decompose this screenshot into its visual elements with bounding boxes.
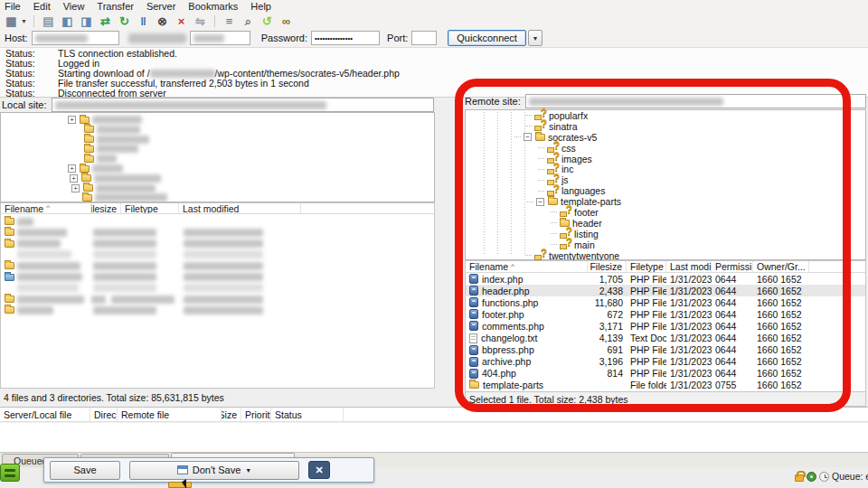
local-tree-row-redacted[interactable]: + <box>70 174 161 183</box>
local-tree-pane[interactable]: + + + + <box>0 112 435 202</box>
remote-tree-item-main[interactable]: ? main <box>551 239 865 250</box>
remote-tree-item-popularfx[interactable]: ? popularfx <box>525 110 865 121</box>
local-tree-row-redacted[interactable] <box>84 155 117 163</box>
process-queue-icon[interactable]: ‖ <box>136 14 151 28</box>
local-tree-row-redacted[interactable]: + <box>68 164 123 173</box>
gear-icon[interactable] <box>807 472 816 482</box>
local-file-row-redacted[interactable] <box>5 217 429 226</box>
tree-expander[interactable]: + <box>68 116 76 124</box>
remote-site-input[interactable] <box>525 94 866 108</box>
site-manager-dropdown[interactable]: ▼ <box>21 18 27 24</box>
local-column-header[interactable]: Filesize <box>91 203 121 213</box>
remote-file-row-header.php[interactable]: header.php 2,438 PHP File 1/31/2023 ... … <box>466 285 865 296</box>
local-file-row-redacted[interactable] <box>5 228 429 237</box>
queue-column-header[interactable]: Size <box>222 408 241 421</box>
local-file-row-redacted[interactable] <box>5 273 429 282</box>
disconnect-icon[interactable]: × <box>174 14 189 28</box>
remote-file-row-footer.php[interactable]: footer.php 672 PHP File 1/31/2023 ... 06… <box>466 308 865 320</box>
remote-file-row-bbpress.php[interactable]: bbpress.php 691 PHP File 1/31/2023 ... 0… <box>466 344 865 356</box>
remote-tree-item-footer[interactable]: ? footer <box>551 207 865 218</box>
remote-tree-item-inc[interactable]: ? inc <box>538 164 865 174</box>
local-column-header[interactable]: Filetype <box>121 203 179 213</box>
local-file-row-redacted[interactable] <box>5 250 429 259</box>
port-input[interactable] <box>411 31 437 45</box>
remote-column-header[interactable]: Owner/Gr... <box>753 261 809 272</box>
remote-file-row-index.php[interactable]: index.php 1,705 PHP File 1/31/2023 ... 0… <box>466 273 865 285</box>
queue-column-header[interactable]: Remote file <box>118 408 222 421</box>
tree-collapse-icon[interactable]: − <box>536 198 544 206</box>
remote-tree-item-images[interactable]: ? images <box>538 154 865 164</box>
tree-expander[interactable]: + <box>70 174 78 183</box>
clock-icon[interactable] <box>819 472 829 482</box>
overlay-app-icon[interactable] <box>0 464 20 482</box>
tree-expander[interactable]: + <box>68 164 76 173</box>
local-column-header[interactable]: Last modified <box>179 203 301 213</box>
remote-tree-item-template-parts[interactable]: − template-parts <box>527 196 865 207</box>
transfer-queue-list[interactable] <box>0 423 868 452</box>
queue-column-header[interactable]: Priority <box>241 408 271 421</box>
tree-expander[interactable]: + <box>71 184 80 192</box>
toggle-message-log-icon[interactable]: ▤ <box>41 14 56 28</box>
menu-item-file[interactable]: File <box>5 0 21 14</box>
local-file-row-redacted[interactable] <box>5 305 429 314</box>
remote-tree-pane[interactable]: ? popularfx ? sinatra − socrates-v5 ? cs… <box>465 109 866 260</box>
remote-column-header[interactable]: Filesize <box>588 261 627 272</box>
toggle-remote-tree-icon[interactable]: ◨ <box>79 14 94 28</box>
menu-item-transfer[interactable]: Transfer <box>97 0 134 14</box>
local-column-header[interactable]: Filename^ <box>1 203 91 213</box>
local-tree-row-redacted[interactable]: + <box>71 184 156 192</box>
queue-column-header[interactable]: Server/Local file <box>0 408 90 421</box>
remote-tree-item-twentytwentyone[interactable]: ? twentytwentyone <box>525 250 865 261</box>
remote-tree-item-header[interactable]: header <box>551 218 865 229</box>
local-file-row-redacted[interactable] <box>5 284 429 293</box>
menu-item-edit[interactable]: Edit <box>33 0 51 14</box>
cancel-icon[interactable]: ⊗ <box>155 14 170 28</box>
remote-file-row-comments.php[interactable]: comments.php 3,171 PHP File 1/31/2023 ..… <box>466 320 865 332</box>
local-tree-row-redacted[interactable] <box>82 193 167 202</box>
tree-collapse-icon[interactable]: − <box>524 133 532 141</box>
menu-item-view[interactable]: View <box>63 0 85 14</box>
refresh-icon[interactable]: ↻ <box>117 14 132 28</box>
host-input[interactable] <box>32 31 119 45</box>
quickconnect-dropdown[interactable]: ▼ <box>528 30 542 46</box>
find-icon[interactable]: ∞ <box>278 14 294 28</box>
compare-icon[interactable]: ⌕ <box>241 14 256 28</box>
toggle-local-tree-icon[interactable]: ◧ <box>60 14 75 28</box>
save-button[interactable]: Save <box>50 461 120 480</box>
local-file-list[interactable] <box>0 214 435 389</box>
remote-tree-item-js[interactable]: ? js <box>538 174 865 185</box>
remote-tree-item-sinatra[interactable]: ? sinatra <box>525 121 865 132</box>
menu-item-server[interactable]: Server <box>146 0 175 14</box>
local-tree-row-redacted[interactable] <box>84 126 140 134</box>
remote-tree-item-listing[interactable]: ? listing <box>551 229 865 239</box>
local-file-row-redacted[interactable] <box>5 239 429 249</box>
remote-column-header[interactable]: Permissi... <box>712 261 753 272</box>
remote-file-row-changelog.txt[interactable]: changelog.txt 4,139 Text Doc... 1/31/202… <box>466 332 865 343</box>
username-input[interactable] <box>190 31 250 45</box>
remote-file-row-template-parts[interactable]: template-parts File folder 1/31/2023 ...… <box>466 380 865 391</box>
quickconnect-button[interactable]: Quickconnect <box>448 30 526 46</box>
reconnect-icon[interactable]: ⇋ <box>193 14 208 28</box>
local-file-row-redacted[interactable] <box>5 295 429 304</box>
queue-column-header[interactable]: Direc... <box>90 408 118 421</box>
local-tree-row-redacted[interactable] <box>84 145 138 153</box>
queue-column-header[interactable]: Status <box>271 408 344 421</box>
local-site-input[interactable] <box>52 98 434 112</box>
local-file-row-redacted[interactable] <box>5 261 429 270</box>
close-icon[interactable]: ✕ <box>308 461 330 479</box>
remote-file-row-archive.php[interactable]: archive.php 3,196 PHP File 1/31/2023 ...… <box>466 356 865 368</box>
dont-save-button[interactable]: Don't Save ▼ <box>129 461 299 480</box>
remote-file-list[interactable]: index.php 1,705 PHP File 1/31/2023 ... 0… <box>465 273 866 391</box>
local-tree-row-redacted[interactable] <box>84 136 149 144</box>
filter-icon[interactable]: ≡ <box>222 14 237 28</box>
menu-item-help[interactable]: Help <box>250 0 271 14</box>
sync-browsing-icon[interactable]: ↺ <box>259 14 275 28</box>
toggle-queue-icon[interactable]: ⇄ <box>98 14 113 28</box>
remote-column-header[interactable]: Filetype <box>627 261 666 272</box>
remote-tree-item-css[interactable]: ? css <box>538 143 865 154</box>
password-input[interactable]: ••••••••••••••• <box>311 31 380 45</box>
local-tree-row-redacted[interactable]: + <box>68 116 142 124</box>
menu-item-bookmarks[interactable]: Bookmarks <box>188 0 238 14</box>
remote-column-header[interactable]: Filename^ <box>466 261 588 272</box>
remote-tree-item-socrates-v5[interactable]: − socrates-v5 <box>514 132 865 143</box>
